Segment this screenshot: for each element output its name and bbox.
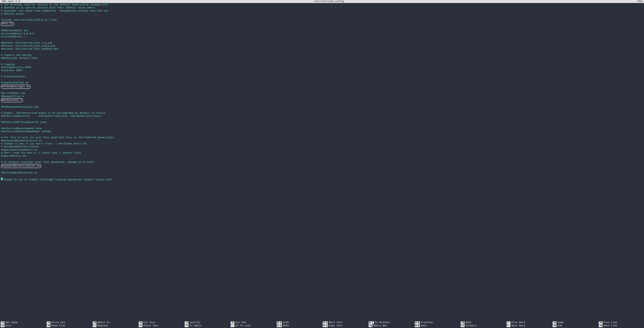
editor-line[interactable]: Change to yes to enable challenge-respon… [1,178,643,181]
shortcut-key: ^K [139,321,142,324]
shortcut-item[interactable]: ^←Prev Word [507,321,551,324]
editor-line[interactable] [1,158,643,161]
shortcut-item[interactable]: M-UUndo [277,321,321,324]
shortcut-item[interactable]: M-ERedo [277,324,321,327]
shortcut-item[interactable]: ^UPaste Text [139,324,183,327]
editor-line[interactable]: #ListenAddress 0.0.0.0 [1,32,643,36]
editor-line[interactable]: #ListenAddress :: [1,36,643,38]
shortcut-item[interactable]: ^XExit [1,324,45,327]
shortcut-item[interactable]: M-]To Bracket [368,321,413,324]
shortcut-item[interactable]: ^JJustify [185,321,229,324]
editor-line[interactable] [1,102,643,106]
editor-line[interactable]: #AuthorizedKeysCommand none [1,127,643,130]
shortcut-desc: Forward [466,324,476,327]
editor-line[interactable]: #AuthorizedPrincipalsFile none [1,121,643,124]
editor-line[interactable]: #LogLevel INFO [1,69,643,72]
editor-line[interactable] [1,16,643,18]
editor-line[interactable] [1,78,643,81]
editor-line[interactable]: MaxSessions 2 [1,98,643,102]
editor-line[interactable]: #AddressFamily any [1,29,643,32]
shortcut-key: ^G [1,321,4,324]
editor-line[interactable] [1,168,643,171]
editor-line[interactable]: #IgnoreRhosts yes [1,154,643,158]
editor-line[interactable]: #LoginGraceTime 2m [1,81,643,84]
shortcut-item[interactable]: ^RRead File [46,324,91,327]
editor-line[interactable]: PasswordAuthentication no [1,164,643,168]
editor-line[interactable]: Port 22 [1,22,643,26]
editor-line[interactable]: #PubkeyAuthentication yes [1,106,643,109]
editor-line[interactable] [1,174,643,178]
shortcut-item[interactable]: ^TTo Spell [185,324,229,327]
shortcut-key: M-W [415,324,420,327]
editor-line[interactable]: # Ciphers and keying [1,54,643,57]
shortcut-item[interactable]: ^AHome [552,321,597,324]
shortcut-desc: Undo [283,321,289,324]
editor-line[interactable] [1,133,643,136]
editor-line[interactable]: # default value. [1,12,643,16]
editor-text[interactable]: Change to yes to enable challenge-respon… [3,178,112,181]
editor-line[interactable]: #PermitEmptyPasswords no [1,172,643,174]
shortcut-item[interactable]: ^GGet Help [1,321,45,324]
highlighted-setting[interactable]: PermitRootLogin no [1,85,30,89]
editor-line[interactable]: #MaxAuthTries 6 [1,95,643,98]
editor-line[interactable]: #RekeyLimit default none [1,57,643,60]
editor-line[interactable]: #IgnoreUserKnownHosts no [1,148,643,152]
shortcut-item[interactable]: M-QPrevious [415,321,459,324]
shortcut-item[interactable]: ^WWhere Is [93,321,137,324]
shortcut-item[interactable]: ^OWrite Out [46,321,91,324]
editor-line[interactable] [1,89,643,92]
editor-line[interactable] [1,72,643,75]
editor-line[interactable]: #SyslogFacility AUTH [1,66,643,69]
shortcut-item[interactable]: M-WNext [415,324,459,327]
editor-line[interactable]: #HostbasedAuthentication no [1,139,643,142]
shortcut-item[interactable]: ^CCur Pos [230,321,275,324]
editor-line[interactable]: #AuthorizedKeysCommandUser nobody [1,130,643,133]
editor-line[interactable] [1,109,643,112]
editor-line[interactable]: # For this to work you will also need ho… [1,136,643,139]
editor-line[interactable] [1,51,643,54]
shortcut-item[interactable]: ^EEnd [552,324,597,327]
editor-line[interactable] [1,118,643,121]
shortcut-key: ^W [93,321,96,324]
shortcut-desc: Redo [283,324,289,327]
shortcut-item[interactable]: M-6Copy Text [323,324,367,327]
editor-line[interactable]: # HostbasedAuthentication [1,146,643,148]
editor-line[interactable]: #AuthorizedKeysFile .ssh/authorized_keys… [1,115,643,118]
shortcut-item[interactable]: ^QWhere Was [368,324,413,327]
editor-line[interactable]: # OpenSSH is to specify options with the… [1,6,643,10]
editor-line[interactable]: Include /etc/ssh/sshd_config.d/*.conf [1,18,643,22]
shortcut-item[interactable]: ^FForward [461,324,505,327]
shortcut-item[interactable]: ^BBack [461,321,505,324]
editor-line[interactable]: # Logging [1,63,643,66]
file-path: /etc/ssh/sshd_config [20,0,638,3]
shortcut-item[interactable]: M-AMark Text [323,321,367,324]
editor-line[interactable]: # To disable tunneled clear text passwor… [1,161,643,164]
highlighted-setting[interactable]: PasswordAuthentication no [1,164,41,168]
shortcut-item[interactable]: ^NNext Line [599,324,643,327]
shortcut-item[interactable]: ^→Next Word [507,324,551,327]
editor-line[interactable]: # Expect .ssh/authorized_keys2 to be dis… [1,112,643,115]
shortcut-item[interactable]: ^PPrev Line [599,321,643,324]
shortcut-item[interactable]: ^_Go To Line [230,324,275,327]
editor-line[interactable]: # Don't read the user's ~/.rhosts and ~/… [1,152,643,154]
editor-line[interactable]: #StrictModes yes [1,92,643,95]
editor-line[interactable]: #HostKey /etc/ssh/ssh_host_rsa_key [1,42,643,44]
editor-line[interactable] [1,38,643,42]
editor-line[interactable] [1,124,643,127]
shortcut-key: ^F [461,324,464,327]
editor-area[interactable]: # The strategy used for options in the d… [0,3,644,321]
shortcut-item[interactable]: ^\Replace [93,324,137,327]
editor-line[interactable]: # Authentication: [1,75,643,78]
editor-line[interactable] [1,26,643,29]
highlighted-setting[interactable]: Port 22 [1,22,14,26]
editor-line[interactable]: #HostKey /etc/ssh/ssh_host_ed25519_key [1,48,643,51]
highlighted-setting[interactable]: MaxSessions 2 [1,98,23,102]
editor-line[interactable]: # possible, but leave them commented. Un… [1,10,643,12]
shortcut-desc: Write Out [52,321,65,324]
editor-line[interactable]: # Change to yes if you don't trust ~/.ss… [1,142,643,146]
editor-line[interactable]: PermitRootLogin no [1,84,643,89]
editor-line[interactable] [1,60,643,63]
shortcut-item[interactable]: ^KCut Text [139,321,183,324]
editor-line[interactable]: # The strategy used for options in the d… [1,3,643,6]
editor-line[interactable]: #HostKey /etc/ssh/ssh_host_ecdsa_key [1,44,643,48]
